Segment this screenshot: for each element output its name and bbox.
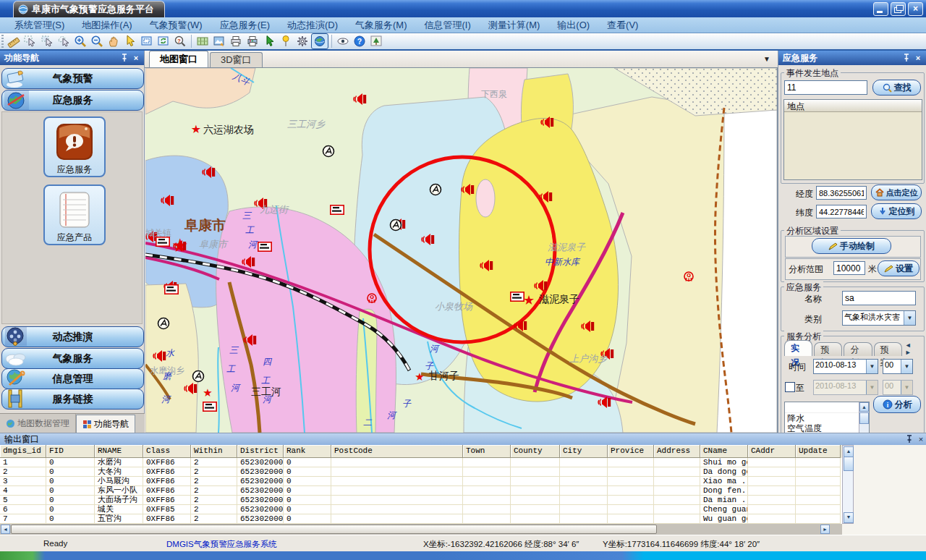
scroll-thumb[interactable] xyxy=(859,412,869,424)
set-range-button[interactable]: 设置 xyxy=(878,260,919,276)
restore-button[interactable] xyxy=(891,2,906,16)
print-color-icon[interactable] xyxy=(245,34,260,48)
tool-emergency-product[interactable]: 应急产品 xyxy=(43,184,106,245)
circle-a-icon[interactable] xyxy=(323,146,334,157)
help-icon[interactable]: ? xyxy=(352,34,368,48)
full-extent-icon[interactable] xyxy=(139,34,155,48)
date-select[interactable]: 2010-08-13 ▼ xyxy=(813,359,878,374)
dropdown-icon[interactable]: ▼ xyxy=(901,360,912,373)
table-row[interactable]: 60城关0XFF8526523020000Cheng guan xyxy=(0,505,842,514)
print-icon[interactable] xyxy=(228,34,244,48)
tab-map-data-mgmt[interactable]: 地图数据管理 xyxy=(0,414,76,433)
column-header[interactable]: Update xyxy=(796,445,841,458)
pin-icon[interactable] xyxy=(903,54,913,62)
star-marker-icon[interactable]: ★ xyxy=(523,293,535,307)
menu-weather-service[interactable]: 气象服务(M) xyxy=(347,17,416,33)
column-header[interactable]: RNAME xyxy=(95,445,143,458)
longitude-input[interactable] xyxy=(816,186,867,200)
menu-view[interactable]: 查看(V) xyxy=(598,17,647,33)
table-row[interactable]: 70五官沟0XFF8626523020000Wu guan gou xyxy=(0,514,842,524)
nav-group-info-mgmt[interactable]: 信息管理 xyxy=(1,368,144,389)
flag-icon[interactable] xyxy=(511,292,524,301)
scroll-down-icon[interactable]: ▼ xyxy=(844,512,854,523)
column-header[interactable]: Address xyxy=(654,445,700,458)
flag-icon[interactable] xyxy=(203,402,216,411)
close-panel-icon[interactable]: × xyxy=(131,54,141,62)
table-row[interactable]: 10水磨沟0XFF8626523020000Shui mo gou xyxy=(0,458,842,467)
to-checkbox[interactable] xyxy=(785,382,795,392)
nav-group-service-links[interactable]: 服务链接 xyxy=(1,389,144,410)
column-header[interactable]: Provice xyxy=(608,445,654,458)
map-window-dropdown-icon[interactable]: ▼ xyxy=(763,55,770,63)
menu-info-mgmt[interactable]: 信息管理(I) xyxy=(416,17,480,33)
identify-search-icon[interactable]: ? xyxy=(172,34,188,48)
tool-emergency-service[interactable]: 应急服务 xyxy=(43,116,106,177)
tab-3d-window[interactable]: 3D窗口 xyxy=(210,52,263,67)
manual-draw-button[interactable]: 手动绘制 xyxy=(812,238,891,254)
table-hscrollbar[interactable]: ◄ ► xyxy=(0,524,842,535)
map-canvas[interactable]: ★★★★★ 六运湖农场三工河乡下西泉九运街阜康市阜康市城关镇滋泥泉子中新水库滋泥… xyxy=(145,68,778,433)
location-keyword-input[interactable] xyxy=(784,80,867,95)
tab-scroll-arrows[interactable]: ◄ ► xyxy=(905,341,922,356)
menu-output[interactable]: 输出(O) xyxy=(548,17,598,33)
circle-a-icon[interactable] xyxy=(430,184,441,195)
table-row[interactable]: 20大冬沟0XFF8626523020000Da dong gou xyxy=(0,467,842,477)
column-header[interactable]: CAddr xyxy=(748,445,796,458)
listbox-scrollbar[interactable]: ▲ xyxy=(859,402,869,434)
service-type-select[interactable]: 气象和洪水灾害 ▼ xyxy=(842,310,916,326)
scroll-up-icon[interactable]: ▲ xyxy=(844,446,854,457)
close-panel-icon[interactable]: × xyxy=(916,435,926,444)
tab-map-window[interactable]: 地图窗口 xyxy=(149,51,208,67)
flag-icon[interactable] xyxy=(258,242,271,251)
flag-icon[interactable] xyxy=(165,285,178,294)
search-button[interactable]: 查找 xyxy=(872,80,921,96)
column-header[interactable]: Class xyxy=(143,445,191,458)
tab-analysis[interactable]: 分析 xyxy=(844,342,872,356)
table-vscrollbar[interactable]: ▲ ▼ xyxy=(842,445,854,524)
pin-icon[interactable] xyxy=(906,435,916,444)
goto-location-button[interactable]: 定位到 xyxy=(871,203,922,219)
latitude-input[interactable] xyxy=(816,205,867,219)
settings-gear-icon[interactable] xyxy=(294,34,310,48)
scene-tree-icon[interactable] xyxy=(368,34,384,48)
flag-icon[interactable] xyxy=(331,205,344,214)
column-header[interactable]: CName xyxy=(700,445,748,458)
globe-view-icon[interactable] xyxy=(311,33,328,49)
select-polygon-icon[interactable] xyxy=(56,34,72,48)
menu-weather-warning[interactable]: 气象预警(W) xyxy=(141,17,211,33)
tab-forecast[interactable]: 预报 xyxy=(814,342,842,356)
tab-function-nav[interactable]: 功能导航 xyxy=(76,415,135,433)
column-header[interactable]: Rank xyxy=(284,445,331,458)
range-input[interactable] xyxy=(833,261,865,275)
map-pin-icon[interactable] xyxy=(278,34,294,48)
tab-live[interactable]: 实况 xyxy=(784,340,812,356)
flag-icon[interactable] xyxy=(156,237,169,246)
table-row[interactable]: 30小马厩沟0XFF8626523020000Xiao ma ... xyxy=(0,477,842,486)
dropdown-icon[interactable]: ▼ xyxy=(904,311,915,325)
circle-a-icon[interactable] xyxy=(391,220,402,231)
refresh-view-icon[interactable] xyxy=(156,34,171,48)
visibility-eye-icon[interactable] xyxy=(335,34,351,48)
map-layers-icon[interactable] xyxy=(195,34,211,48)
click-locate-button[interactable]: 点击定位 xyxy=(871,184,922,200)
column-header[interactable]: County xyxy=(511,445,560,458)
list-item[interactable]: 空气温度 xyxy=(785,423,869,433)
scroll-right-icon[interactable]: ► xyxy=(820,525,830,534)
analyze-button[interactable]: i 分析 xyxy=(873,396,921,413)
close-button[interactable]: × xyxy=(908,2,923,16)
menu-system[interactable]: 系统管理(S) xyxy=(6,17,73,33)
column-header[interactable]: District xyxy=(237,445,284,458)
pin-icon[interactable] xyxy=(121,54,131,62)
column-header[interactable]: Town xyxy=(463,445,511,458)
table-row[interactable]: 50大面场子沟0XFF8626523020000Da mian ... xyxy=(0,496,842,505)
scroll-thumb[interactable] xyxy=(11,525,657,534)
service-name-input[interactable] xyxy=(842,291,916,305)
circle-a-icon[interactable] xyxy=(158,318,169,329)
element-listbox[interactable]: 降水 空气温度 ▲ xyxy=(784,402,870,435)
dropdown-icon[interactable]: ▼ xyxy=(866,360,878,373)
select-rectangle-icon[interactable] xyxy=(39,34,55,48)
zoom-out-icon[interactable] xyxy=(89,34,105,48)
toolbar-grip[interactable] xyxy=(1,35,4,48)
pointer-arrow-icon[interactable] xyxy=(122,34,138,48)
nav-group-weather-warning[interactable]: 气象预警 xyxy=(1,68,144,89)
